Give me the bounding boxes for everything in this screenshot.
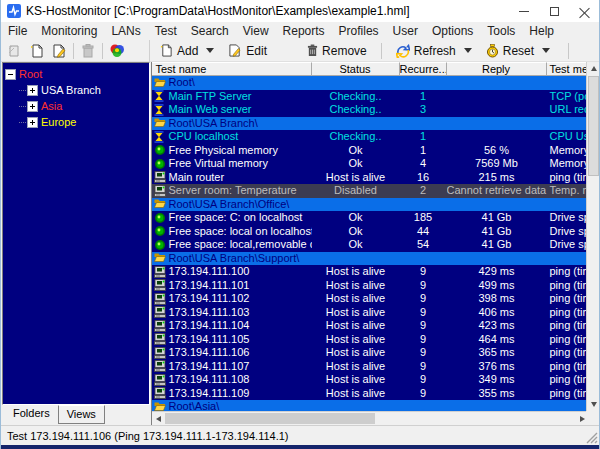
vertical-scroll-thumb[interactable] [588,76,599,176]
delete-button-disabled[interactable] [77,41,99,61]
scroll-down-button[interactable] [587,398,600,411]
tree-item-root[interactable]: Root [5,66,147,82]
recurrences-cell: 9 [400,333,447,347]
menu-item-test[interactable]: Test [148,22,184,40]
scroll-left-button[interactable] [152,412,165,425]
remove-button[interactable]: Remove [301,41,373,61]
tab-folders[interactable]: Folders [5,405,58,422]
refresh-button[interactable]: Refresh [390,41,462,61]
table-row[interactable]: 173.194.111.107Host is alive9376 msping … [152,360,589,374]
table-row[interactable]: Free space: C: on localhostOk18541 GbDri… [152,211,589,225]
menu-item-search[interactable]: Search [184,22,236,40]
tree-item-europe[interactable]: Europe [19,114,147,130]
table-row[interactable]: 173.194.111.105Host is alive9464 msping … [152,333,589,347]
status-text: Test 173.194.111.106 (Ping 173.194.111.1… [7,430,289,442]
tree-item-label: USA Branch [41,84,101,96]
edit-file-button[interactable] [48,41,70,61]
expand-icon[interactable] [27,85,38,96]
menu-item-file[interactable]: File [1,22,34,40]
status-cell: Host is alive [312,306,400,320]
table-row[interactable]: 173.194.111.101Host is alive9499 msping … [152,279,589,293]
table-row[interactable]: Root\USA Branch\Support\ [152,252,589,266]
table-row[interactable]: Free Physical memoryOk156 %Memory [152,144,589,158]
app-logo-icon [7,4,21,18]
menu-item-monitoring[interactable]: Monitoring [34,22,104,40]
status-cell: Host is alive [312,265,400,279]
test-name: Root\USA Branch\Office\ [169,198,290,212]
column-header-status[interactable]: Status [312,62,400,76]
ok-icon [154,158,166,170]
table-row[interactable]: Main Web serverChecking..3URL rec [152,103,589,117]
status-cell: Host is alive [312,333,400,347]
table-row[interactable]: Server room: TemperatureDisabled2Cannot … [152,184,589,198]
menu-item-profiles[interactable]: Profiles [332,22,386,40]
table-row[interactable]: 173.194.111.109Host is alive9355 msping … [152,387,589,401]
table-row[interactable]: Root\Asia\ [152,400,589,411]
menu-item-lans[interactable]: LANs [104,22,147,40]
column-header-name[interactable]: Test name [152,62,312,76]
new-file-button[interactable] [26,41,48,61]
table-row[interactable]: Root\USA Branch\ [152,117,589,131]
table-row[interactable]: 173.194.111.108Host is alive9349 msping … [152,373,589,387]
table-row[interactable]: Main routerHost is alive16215 msping (ti… [152,171,589,185]
refresh-dropdown-arrow[interactable] [464,48,472,53]
table-row[interactable]: 173.194.111.100Host is alive9429 msping … [152,265,589,279]
vertical-scrollbar[interactable] [586,62,599,411]
tab-views[interactable]: Views [58,405,105,424]
table-row[interactable]: 173.194.111.102Host is alive9398 msping … [152,292,589,306]
table-row[interactable]: 173.194.111.106Host is alive9365 msping … [152,346,589,360]
expand-icon[interactable] [27,117,38,128]
minimize-button[interactable] [509,0,539,22]
table-row[interactable]: Root\ [152,76,589,90]
reset-button[interactable]: Reset [480,41,540,61]
status-cell: Checking.. [312,103,400,117]
palette-button[interactable] [106,41,128,61]
edit-button[interactable]: Edit [222,41,273,61]
close-button[interactable] [569,0,599,22]
column-header-rec[interactable]: Recurre... [400,62,447,76]
table-row[interactable]: 173.194.111.103Host is alive9406 msping … [152,306,589,320]
table-row[interactable]: Free space: local on localhostOk4441 GbD… [152,225,589,239]
table-row[interactable]: CPU localhostChecking..1CPU Us [152,130,589,144]
host-icon [154,360,166,372]
menu-item-reports[interactable]: Reports [276,22,332,40]
test-name-cell: Free Physical memory [152,144,312,158]
maximize-button[interactable] [539,0,569,22]
toolbar: Add Edit Remove Refresh Reset [1,40,599,62]
scroll-up-button[interactable] [587,62,600,75]
close-icon [579,6,590,17]
horizontal-scroll-thumb[interactable] [165,413,375,424]
new-testlist-button[interactable] [4,41,26,61]
expand-icon[interactable] [27,101,38,112]
tree-item-asia[interactable]: Asia [19,98,147,114]
table-row[interactable]: Root\USA Branch\Office\ [152,198,589,212]
test-method-cell [547,252,589,266]
table-row[interactable]: Free Virtual memoryOk47569 MbMemory [152,157,589,171]
menu-item-tools[interactable]: Tools [480,22,522,40]
add-dropdown-arrow[interactable] [206,48,214,53]
add-button[interactable]: Add [154,41,204,61]
status-cell: Ok [312,144,400,158]
test-method-cell: ping (tim [547,265,589,279]
test-method-cell: Memory [547,157,589,171]
reset-button-label: Reset [503,44,534,58]
collapse-icon[interactable] [5,69,16,80]
menu-item-user[interactable]: User [386,22,425,40]
column-header-method[interactable]: Test me [547,62,589,76]
menu-item-help[interactable]: Help [522,22,561,40]
resize-grip-icon[interactable] [585,431,598,444]
table-row[interactable]: Free space: local,removable on loc...Ok5… [152,238,589,252]
arrow-up-icon [591,66,597,71]
menu-item-view[interactable]: View [236,22,276,40]
tree-item-usa-branch[interactable]: USA Branch [19,82,147,98]
table-row[interactable]: 173.194.111.104Host is alive9423 msping … [152,319,589,333]
column-header-reply[interactable]: Reply [447,62,547,76]
reply-cell: 365 ms [447,346,547,360]
table-row[interactable]: Main FTP ServerChecking..1TCP (po [152,90,589,104]
folder-open-icon [154,252,166,264]
reset-dropdown-arrow[interactable] [542,48,550,53]
horizontal-scrollbar[interactable] [152,411,589,425]
menu-item-options[interactable]: Options [425,22,480,40]
test-method-cell [547,198,589,212]
host-icon [154,306,166,318]
